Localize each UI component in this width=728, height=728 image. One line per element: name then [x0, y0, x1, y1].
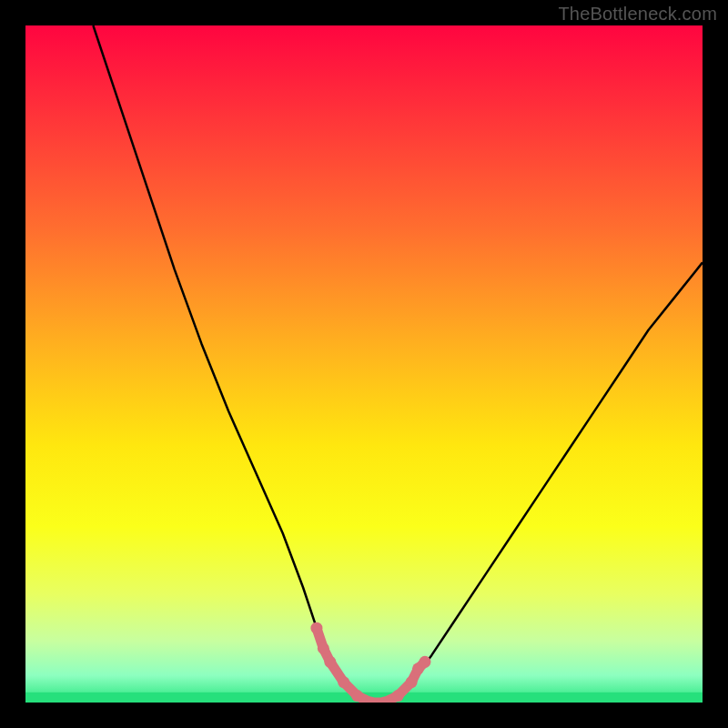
trough-highlight-marker: [324, 656, 336, 668]
trough-highlight-marker: [392, 690, 404, 702]
chart-canvas: [25, 25, 703, 703]
bottleneck-curve: [93, 25, 703, 703]
trough-highlight-marker: [419, 656, 430, 668]
plot-area: [25, 25, 703, 703]
watermark-text: TheBottleneck.com: [558, 4, 717, 25]
chart-frame: TheBottleneck.com: [0, 0, 728, 728]
trough-highlight-marker: [310, 622, 322, 634]
trough-highlight-marker: [338, 676, 349, 688]
trough-highlight-marker: [406, 676, 418, 688]
trough-highlight-marker: [318, 642, 329, 654]
trough-highlight-marker: [351, 690, 363, 702]
